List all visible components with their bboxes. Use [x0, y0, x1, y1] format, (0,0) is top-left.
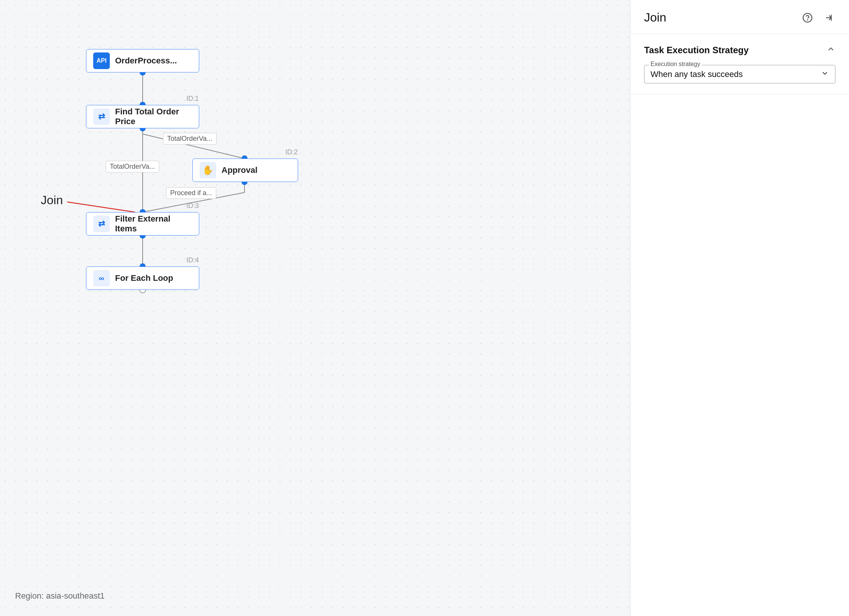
svg-line-10: [67, 202, 135, 212]
node3-id: ID:3: [186, 202, 199, 210]
join-text: Join: [41, 193, 63, 207]
node1[interactable]: ID:1 ⇄ Find Total Order Price: [86, 105, 199, 128]
expand-panel-button[interactable]: [822, 11, 835, 25]
filter-icon-1: ⇄: [93, 108, 110, 125]
execution-strategy-field[interactable]: Execution strategy When any task succeed…: [644, 65, 835, 83]
section-title: Task Execution Strategy: [644, 45, 749, 55]
help-button[interactable]: [801, 11, 814, 25]
node4[interactable]: ID:4 ∞ For Each Loop: [86, 266, 199, 290]
connections-svg: [0, 0, 630, 616]
node1-label: Find Total Order Price: [115, 107, 192, 126]
node1-id: ID:1: [186, 95, 199, 103]
section-header: Task Execution Strategy: [644, 45, 835, 56]
api-icon: API: [93, 52, 110, 69]
node4-id: ID:4: [186, 256, 199, 264]
api-node[interactable]: API OrderProcess...: [86, 49, 199, 72]
edge-label-3: Proceed if a...: [166, 187, 216, 199]
join-annotation: Join: [41, 193, 67, 207]
node2-id: ID:2: [285, 148, 298, 156]
api-node-label: OrderProcess...: [115, 56, 177, 66]
node2-label: Approval: [221, 165, 257, 175]
hand-icon: ✋: [200, 162, 216, 179]
loop-icon: ∞: [93, 270, 110, 286]
panel-header-icons: [801, 11, 835, 25]
collapse-button[interactable]: [826, 45, 835, 56]
svg-point-21: [807, 20, 807, 20]
node3-label: Filter External Items: [115, 214, 192, 234]
flow-canvas[interactable]: API OrderProcess... ID:1 ⇄ Find Total Or…: [0, 0, 630, 616]
field-select[interactable]: When any task succeeds: [651, 69, 829, 79]
task-execution-section: Task Execution Strategy Execution strate…: [631, 34, 849, 94]
field-value: When any task succeeds: [651, 69, 743, 79]
field-label: Execution strategy: [649, 61, 702, 68]
filter-icon-3: ⇄: [93, 216, 110, 232]
node4-label: For Each Loop: [115, 273, 173, 283]
dropdown-arrow-icon: [821, 69, 829, 79]
node3[interactable]: ID:3 ⇄ Filter External Items: [86, 212, 199, 236]
right-panel: Join Task Execution Strategy: [630, 0, 849, 616]
panel-header: Join: [631, 0, 849, 34]
edge-label-1: TotalOrderVa...: [163, 133, 217, 145]
edge-label-2: TotalOrderVa...: [106, 161, 159, 172]
panel-title: Join: [644, 11, 666, 25]
node2[interactable]: ID:2 ✋ Approval: [192, 159, 298, 182]
region-label: Region: asia-southeast1: [15, 591, 105, 601]
